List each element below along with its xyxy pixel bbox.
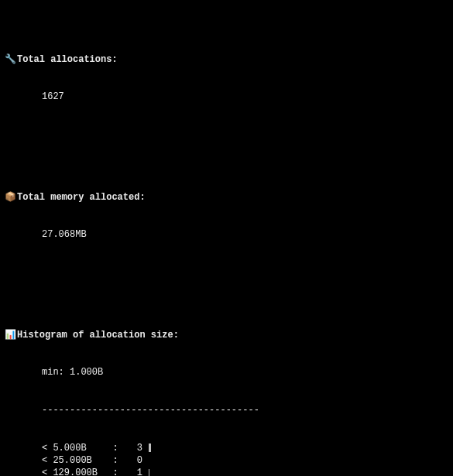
histogram-min: min: 1.000B xyxy=(5,366,448,378)
histogram-bucket-count: 1 xyxy=(119,467,146,476)
histogram-separator: --------------------------------------- xyxy=(5,404,448,416)
histogram-bucket-label: < 129.000B xyxy=(42,467,112,476)
histogram-bucket-count: 3 xyxy=(119,442,146,454)
section-title: Total memory allocated: xyxy=(17,191,146,204)
histogram-bucket-label: < 5.000B xyxy=(42,442,112,454)
bar-chart-icon: 📊 xyxy=(5,329,17,341)
section-total-allocations: 🔧 Total allocations: xyxy=(5,53,448,66)
box-icon: 📦 xyxy=(5,191,17,204)
total-allocations-value: 1627 xyxy=(5,91,448,103)
section-total-memory: 📦 Total memory allocated: xyxy=(5,191,448,204)
histogram-row: < 25.000B:0 xyxy=(42,454,448,467)
histogram-bar xyxy=(149,469,149,476)
section-histogram: 📊 Histogram of allocation size: xyxy=(5,329,448,341)
histogram-separator-colon: : xyxy=(112,467,119,476)
wrench-icon: 🔧 xyxy=(5,53,17,66)
histogram-bucket-count: 0 xyxy=(119,454,146,467)
histogram-separator-colon: : xyxy=(112,454,119,467)
total-memory-value: 27.068MB xyxy=(5,228,448,241)
histogram-separator-colon: : xyxy=(112,442,119,454)
terminal-output: 🔧 Total allocations: 1627 📦 Total memory… xyxy=(0,0,453,476)
section-title: Histogram of allocation size: xyxy=(17,329,179,341)
section-title: Total allocations: xyxy=(17,53,118,66)
histogram-row: < 129.000B:1 xyxy=(42,467,448,476)
histogram-bar xyxy=(149,443,151,452)
histogram-rows: < 5.000B:3< 25.000B:0< 129.000B:1< 655.0… xyxy=(5,442,448,476)
histogram-row: < 5.000B:3 xyxy=(42,442,448,454)
histogram-bucket-label: < 25.000B xyxy=(42,454,112,467)
